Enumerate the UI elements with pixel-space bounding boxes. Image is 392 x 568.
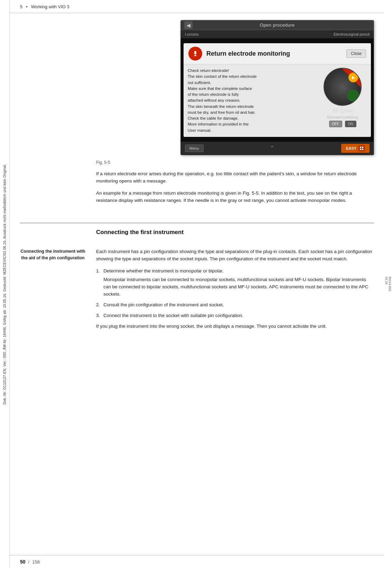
device-bottom-bar: Menu ⌃ EASY (181, 142, 374, 155)
section-divider (20, 223, 374, 223)
document-info-text: Dok.-Nr: D110127-EN, Ver.: 000, ÄM-Nr: 1… (3, 164, 7, 404)
list-item: 3. Connect the instrument to the socket … (96, 312, 374, 319)
modal-message-text: Check return electrode! The skin contact… (188, 68, 314, 133)
easy-icon (358, 145, 365, 151)
modal-header: Return electrode monitoring Close (184, 43, 371, 64)
section-body-content: Each instrument has a pin configuration … (96, 248, 374, 335)
svg-rect-0 (194, 51, 196, 54)
step-number-3: 3. (96, 312, 100, 319)
section-label-col: Connecting the instrument with the aid o… (20, 248, 96, 335)
step-1-content: Determine whether the instrument is mono… (103, 268, 374, 298)
neonatal-label: Neonatal monitoring (327, 115, 358, 119)
device-back-button[interactable]: ◀ (184, 21, 193, 29)
device-top-bar: I urcons Electrosurgical pencil (181, 30, 374, 38)
section-intro-text: Each instrument has a pin configuration … (96, 248, 374, 263)
gauge-green-zone (347, 90, 359, 102)
neonatal-toggle-group: OFF ON (329, 121, 356, 127)
gauge-indicator: ▶ (348, 73, 358, 82)
chapter-number: 5 (20, 4, 22, 9)
page-total: 158 (32, 559, 40, 565)
header-title: Working with VIO 3 (31, 4, 69, 9)
paragraph-1: If a return electrode error arises durin… (96, 170, 374, 185)
toggle-off-button[interactable]: OFF (329, 121, 342, 127)
toggle-on-button[interactable]: ON (345, 121, 356, 127)
section-body-area: Connecting the instrument with the aid o… (10, 248, 384, 342)
list-item: 1. Determine whether the instrument is m… (96, 268, 374, 298)
step-1-sub: Monopolar instruments can be connected t… (103, 276, 374, 298)
svg-rect-1 (194, 55, 196, 56)
list-item: 2. Consult the pin configuration of the … (96, 301, 374, 309)
modal-title-text: Return electrode monitoring (206, 50, 342, 57)
content-area: ◀ Open procedure I urcons Electrosurgica… (10, 13, 384, 216)
step-3-content: Connect the instrument to the socket wit… (103, 312, 374, 319)
figure-container: ◀ Open procedure I urcons Electrosurgica… (96, 20, 374, 155)
modal-close-button[interactable]: Close (346, 49, 366, 58)
step-2-content: Consult the pin configuration of the ins… (103, 301, 374, 309)
header-bullet: • (26, 4, 28, 9)
section-label-box: Connecting the instrument with the aid o… (20, 248, 89, 261)
svg-rect-2 (360, 147, 361, 148)
modal-body: Check return electrode! The skin contact… (184, 64, 371, 137)
device-ui-mockup: ◀ Open procedure I urcons Electrosurgica… (180, 20, 374, 155)
steps-list: 1. Determine whether the instrument is m… (96, 268, 374, 319)
device-easy-button[interactable]: EASY (341, 144, 370, 153)
modal-text-section: Check return electrode! The skin contact… (188, 68, 314, 133)
main-content: 5 • Working with VIO 3 ◀ Open procedure (10, 0, 384, 342)
modal-dialog: Return electrode monitoring Close Check … (184, 43, 371, 137)
gauge-value-text: 95 Ohm (333, 108, 353, 114)
section-content-area: Connecting the first instrument (10, 226, 384, 248)
step-1-main: Determine whether the instrument is mono… (103, 268, 223, 273)
device-menu-button[interactable]: Menu (185, 145, 204, 152)
step-number-2: 2. (96, 301, 100, 309)
resistance-gauge: ▶ (324, 68, 362, 106)
right-margin-strip: 80114-601 03.16 (384, 0, 392, 568)
modal-overlay: Return electrode monitoring Close Check … (181, 38, 374, 142)
section-heading: Connecting the first instrument (96, 229, 374, 236)
left-label-column (20, 20, 96, 209)
svg-rect-5 (362, 149, 363, 150)
device-top-right-label: Electrosurgical pencil (334, 32, 370, 36)
svg-rect-4 (360, 149, 361, 150)
right-content-column: ◀ Open procedure I urcons Electrosurgica… (96, 20, 374, 209)
step-2-main: Consult the pin configuration of the ins… (103, 302, 224, 307)
doc-code-text: 80114-601 03.16 (385, 277, 392, 291)
modal-warning-icon (188, 47, 202, 60)
section-right-content: Connecting the first instrument (96, 229, 374, 241)
device-top-left-label: I urcons (185, 32, 198, 36)
paragraph-2: An example for a message from return ele… (96, 190, 374, 204)
device-title-text: Open procedure (260, 22, 295, 28)
device-center-indicator: ⌃ (270, 145, 275, 152)
page-footer: 50 / 158 (10, 555, 384, 568)
device-screen: I urcons Electrosurgical pencil (181, 30, 374, 155)
page-separator: / (28, 559, 30, 565)
figure-caption: Fig. 5-5 (96, 160, 374, 165)
section-left-label (20, 229, 96, 241)
step-number-1: 1. (96, 268, 100, 298)
gauge-section: ▶ 95 Ohm Neonatal monitoring OFF ON (318, 68, 367, 133)
page-number: 50 (20, 559, 26, 565)
svg-rect-3 (362, 147, 363, 148)
page-header: 5 • Working with VIO 3 (10, 0, 384, 13)
device-titlebar: ◀ Open procedure (181, 20, 374, 30)
step-3-main: Connect the instrument to the socket wit… (103, 313, 243, 318)
section-closing-text: If you plug the instrument into the wron… (96, 323, 374, 330)
left-margin-strip: Dok.-Nr: D110127-EN, Ver.: 000, ÄM-Nr: 1… (0, 0, 10, 568)
